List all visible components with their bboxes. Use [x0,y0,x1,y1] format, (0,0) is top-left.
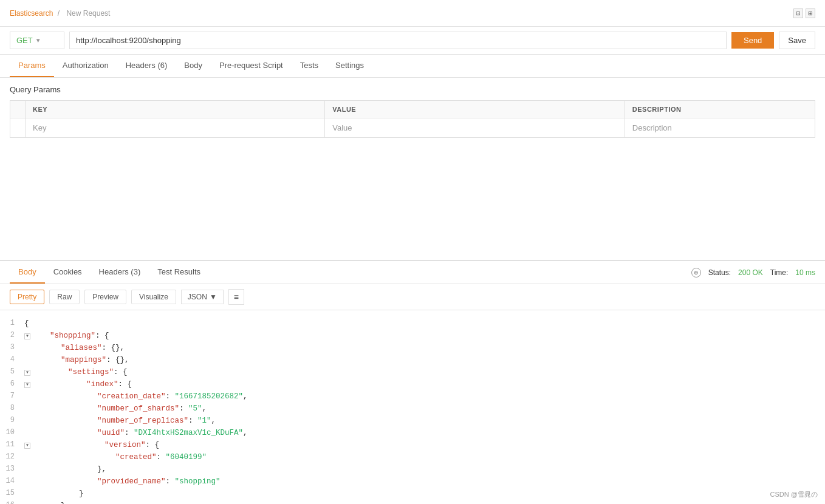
response-tab-cookies[interactable]: Cookies [45,261,91,284]
line-content: "uuid": "DXI4htxHS2maxV1c_KDuFA", [24,427,825,439]
tab-pre-request-script[interactable]: Pre-request Script [211,55,292,77]
line-number: 15 [0,488,24,499]
upper-section: Params Authorization Headers (6) Body Pr… [0,55,825,261]
tab-authorization[interactable]: Authorization [54,55,117,77]
response-tab-headers[interactable]: Headers (3) [91,261,149,284]
code-line: 9 "number_of_replicas": "1", [0,415,825,427]
collapse-icon[interactable]: ▾ [24,333,30,339]
save-button[interactable]: Save [779,32,815,49]
line-number: 11 [0,439,24,451]
line-number: 3 [0,342,24,353]
code-line: 4 "mappings": {}, [0,354,825,366]
collapse-icon[interactable]: ▾ [24,382,30,388]
line-number: 4 [0,354,24,366]
line-content: ▾ "index": { [24,378,825,390]
code-line: 7 "creation_date": "1667185202682", [0,390,825,403]
code-line: 16 } [0,500,825,504]
window-restore-btn[interactable]: ⊡ [793,9,803,18]
time-label: Time: [770,268,789,277]
breadcrumb-parent[interactable]: Elasticsearch [10,9,53,18]
line-number: 2 [0,330,24,341]
line-number: 12 [0,451,24,463]
line-number: 1 [0,318,24,329]
content-type-select[interactable]: JSON ▼ [181,290,224,304]
code-line: 13 }, [0,463,825,475]
line-content: { [24,318,825,330]
breadcrumb: Elasticsearch / New Request [10,9,112,18]
window-split-btn[interactable]: ⊞ [806,9,815,18]
line-content: "created": "6040199" [24,451,825,463]
params-table: KEY VALUE DESCRIPTION Key Value Descript… [10,100,815,138]
code-line: 11▾ "version": { [0,439,825,451]
line-number: 8 [0,403,24,414]
table-row: Key Value Description [10,118,815,138]
request-tabs: Params Authorization Headers (6) Body Pr… [0,55,825,78]
line-number: 7 [0,390,24,402]
status-value: 200 OK [738,268,763,277]
method-select[interactable]: GET ▼ [10,32,64,49]
url-input[interactable] [69,32,727,49]
line-number: 16 [0,500,24,504]
status-area: ⊕ Status: 200 OK Time: 10 ms [691,268,815,278]
format-raw-btn[interactable]: Raw [49,290,80,304]
line-number: 13 [0,463,24,475]
row-key-cell[interactable]: Key [26,118,325,138]
request-bar: GET ▼ Send Save [0,27,825,55]
code-line: 10 "uuid": "DXI4htxHS2maxV1c_KDuFA", [0,427,825,439]
code-line: 6▾ "index": { [0,378,825,390]
format-pretty-btn[interactable]: Pretty [10,290,44,304]
row-checkbox-cell [10,118,26,138]
code-line: 5▾ "settings": { [0,366,825,378]
line-content: "number_of_shards": "5", [24,403,825,415]
col-key-header: KEY [26,101,325,118]
row-value-cell[interactable]: Value [325,118,625,138]
col-desc-header: DESCRIPTION [625,101,815,118]
method-label: GET [16,36,33,45]
footer-watermark: CSDN @雪晁の [770,490,818,499]
response-tab-test-results[interactable]: Test Results [149,261,209,284]
breadcrumb-current: New Request [66,9,110,18]
top-bar: Elasticsearch / New Request ⊡ ⊞ [0,0,825,27]
collapse-icon[interactable]: ▾ [24,443,30,449]
breadcrumb-separator: / [58,9,60,18]
query-params-section: Query Params KEY VALUE DESCRIPTION Key V… [0,78,825,145]
filter-button[interactable]: ≡ [228,289,244,305]
line-content: "provided_name": "shopping" [24,475,825,488]
code-line: 15 } [0,488,825,500]
line-number: 10 [0,427,24,438]
line-number: 6 [0,378,24,390]
window-controls: ⊡ ⊞ [793,9,815,18]
line-number: 5 [0,366,24,378]
tab-headers[interactable]: Headers (6) [117,55,176,77]
line-content: }, [24,463,825,475]
line-content: "aliases": {}, [24,342,825,354]
code-line: 8 "number_of_shards": "5", [0,403,825,415]
code-line: 3 "aliases": {}, [0,342,825,354]
line-content: ▾ "settings": { [24,366,825,378]
line-content: } [24,500,825,504]
col-value-header: VALUE [325,101,625,118]
tab-body[interactable]: Body [176,55,211,77]
tab-settings[interactable]: Settings [327,55,372,77]
code-line: 1{ [0,318,825,330]
code-line: 12 "created": "6040199" [0,451,825,463]
status-label: Status: [708,268,731,277]
query-params-title: Query Params [10,85,815,94]
format-bar: Pretty Raw Preview Visualize JSON ▼ ≡ [0,284,825,310]
content-type-arrow: ▼ [210,293,217,301]
tab-params[interactable]: Params [10,55,54,77]
row-desc-cell[interactable]: Description [625,118,815,138]
response-tab-body[interactable]: Body [10,261,45,284]
line-number: 14 [0,475,24,487]
col-checkbox [10,101,26,118]
collapse-icon[interactable]: ▾ [24,370,30,376]
content-type-label: JSON [188,293,207,301]
response-section: Body Cookies Headers (3) Test Results ⊕ … [0,261,825,504]
code-line: 2▾ "shopping": { [0,330,825,342]
tab-tests[interactable]: Tests [292,55,327,77]
format-preview-btn[interactable]: Preview [84,290,126,304]
line-number: 9 [0,415,24,426]
format-visualize-btn[interactable]: Visualize [131,290,176,304]
send-button[interactable]: Send [731,32,774,49]
method-dropdown-arrow: ▼ [35,37,41,44]
